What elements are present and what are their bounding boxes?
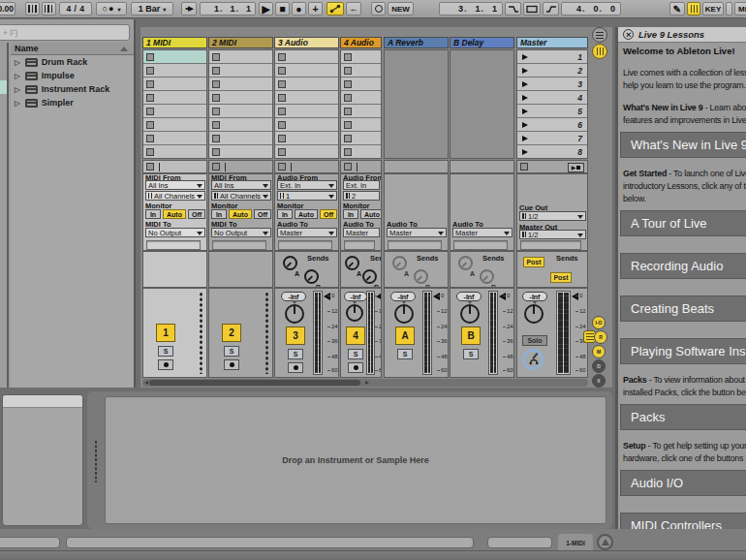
send-knob[interactable] — [414, 269, 428, 284]
track-header[interactable]: 2 MIDI — [208, 37, 273, 48]
browser-category-selected[interactable] — [0, 80, 7, 94]
monitor-auto-button[interactable]: Auto — [229, 209, 252, 219]
nudge-down-button[interactable] — [25, 2, 40, 16]
lesson-button[interactable]: Creating Beats — [620, 296, 746, 322]
toggle-returns-button[interactable]: R — [594, 330, 607, 344]
volume-slider-handle[interactable] — [433, 293, 440, 300]
lesson-button[interactable]: Recording Audio — [620, 253, 746, 279]
io-routing-select[interactable]: Ext. In — [277, 180, 337, 190]
volume-slider-handle[interactable] — [572, 293, 578, 300]
midi-map-button[interactable]: MIDI — [734, 2, 746, 16]
stop-all-track-clips-button[interactable] — [212, 163, 220, 171]
stop-all-track-clips-button[interactable] — [344, 163, 352, 171]
session-view-selector[interactable] — [592, 44, 607, 59]
io-routing-select[interactable]: All Channels — [145, 191, 205, 201]
monitor-auto-button[interactable]: Auto — [295, 209, 318, 219]
scene-slot[interactable]: 5 — [517, 105, 587, 118]
track-activator-button[interactable]: 2 — [222, 324, 241, 342]
volume-meter[interactable] — [556, 291, 571, 375]
pan-knob[interactable] — [285, 304, 304, 324]
browser-item[interactable]: ▷Simpler — [11, 96, 134, 109]
track-header[interactable]: 1 MIDI — [142, 37, 207, 48]
track-activator-button[interactable]: 3 — [286, 327, 305, 345]
clip-slot[interactable] — [275, 64, 338, 78]
track-activator-button[interactable]: B — [461, 327, 481, 345]
send-knob[interactable] — [362, 269, 377, 284]
nudge-up-button[interactable] — [42, 2, 56, 16]
back-to-arrangement-button[interactable]: ← — [346, 2, 361, 16]
send-pre-post-toggle[interactable]: Post — [523, 257, 544, 267]
clip-slot[interactable] — [341, 145, 381, 159]
send-knob[interactable] — [392, 256, 407, 270]
loop-start-display[interactable]: 3.1.1 — [439, 2, 503, 16]
toggle-crossfade-button[interactable]: X — [592, 374, 606, 388]
clip-slot[interactable] — [209, 50, 272, 64]
preview-cue-volume-knob[interactable] — [522, 349, 544, 370]
clip-slot[interactable] — [341, 118, 381, 132]
monitor-in-button[interactable]: In — [211, 209, 227, 219]
io-routing-select[interactable]: Master — [387, 228, 447, 237]
stop-button[interactable] — [520, 163, 528, 171]
clip-slot[interactable] — [209, 132, 272, 145]
draw-mode-button[interactable]: ✎ — [669, 2, 685, 16]
clip-slot[interactable] — [209, 78, 272, 91]
monitor-off-button[interactable]: Off — [188, 209, 205, 219]
clip-slot[interactable] — [143, 50, 206, 64]
lesson-button[interactable]: A Tour of Live — [620, 210, 746, 236]
track-activator-button[interactable]: 1 — [156, 324, 175, 342]
scene-slot[interactable]: 4 — [517, 91, 587, 105]
io-routing-select[interactable]: Master — [452, 228, 513, 237]
clip-slot[interactable] — [341, 78, 381, 91]
new-button[interactable]: NEW — [388, 2, 414, 16]
toggle-io-button[interactable]: I-O — [592, 316, 606, 329]
track-activator-button[interactable]: A — [395, 327, 415, 345]
arm-button[interactable] — [348, 362, 363, 373]
device-view-handle[interactable] — [94, 440, 98, 482]
clip-slot[interactable] — [143, 145, 206, 159]
arm-button[interactable] — [224, 359, 239, 370]
stop-all-track-clips-button[interactable] — [146, 163, 154, 171]
io-routing-select[interactable]: Ext. In — [343, 180, 380, 190]
disclosure-triangle-icon[interactable]: ▷ — [15, 100, 20, 107]
track-header[interactable]: B Delay — [450, 37, 514, 48]
io-routing-select[interactable]: 1/2 — [519, 211, 586, 221]
clip-slot[interactable] — [275, 50, 338, 64]
track-activator-button[interactable]: 4 — [346, 327, 365, 345]
scene-slot[interactable]: 1 — [517, 50, 587, 64]
toggle-track-delay-button[interactable]: D — [592, 359, 606, 373]
metronome-button[interactable]: ○●▾ — [96, 2, 127, 16]
volume-meter[interactable] — [422, 291, 432, 375]
automation-arm-button[interactable] — [326, 2, 344, 16]
lesson-button[interactable]: Packs — [620, 404, 746, 430]
clip-slot[interactable] — [209, 64, 272, 78]
scrollbar-thumb[interactable] — [149, 380, 360, 386]
io-routing-select[interactable]: All Ins — [211, 180, 271, 190]
volume-meter[interactable] — [488, 291, 498, 375]
solo-cue-toggle[interactable]: Solo — [522, 335, 547, 346]
io-routing-select[interactable]: Master — [343, 228, 380, 237]
track-header[interactable]: A Reverb — [384, 37, 449, 48]
io-routing-select[interactable]: Master — [277, 228, 337, 237]
solo-button[interactable]: S — [397, 349, 413, 359]
monitor-in-button[interactable]: In — [343, 209, 358, 219]
scene-slot[interactable]: 6 — [517, 118, 587, 132]
time-signature-display[interactable]: 4 / 4 — [59, 2, 92, 16]
follow-button[interactable]: ••▶ — [181, 2, 197, 16]
clip-slot[interactable] — [209, 105, 272, 118]
pan-knob[interactable] — [524, 304, 544, 324]
browser-search-input[interactable]: + F) — [0, 24, 130, 41]
io-routing-select[interactable]: 1/2 — [519, 230, 586, 239]
quantization-menu[interactable]: 1 Bar▾ — [131, 2, 173, 16]
lesson-button[interactable]: What's New in Live 9 — [620, 132, 746, 158]
disclosure-triangle-icon[interactable]: ▷ — [15, 59, 20, 66]
stop-all-clips-button[interactable]: ▶ — [568, 163, 584, 172]
monitor-off-button[interactable]: Off — [320, 209, 337, 219]
io-routing-select[interactable]: All Channels — [211, 191, 271, 201]
send-knob[interactable] — [458, 256, 473, 270]
tempo-display[interactable]: 0.00 — [0, 2, 16, 16]
toggle-mixer-button[interactable]: M — [592, 345, 606, 358]
browser-item[interactable]: ▷Impulse — [11, 69, 134, 82]
punch-out-button[interactable] — [543, 2, 559, 16]
clip-slot[interactable] — [209, 145, 272, 159]
clip-slot[interactable] — [341, 64, 381, 78]
